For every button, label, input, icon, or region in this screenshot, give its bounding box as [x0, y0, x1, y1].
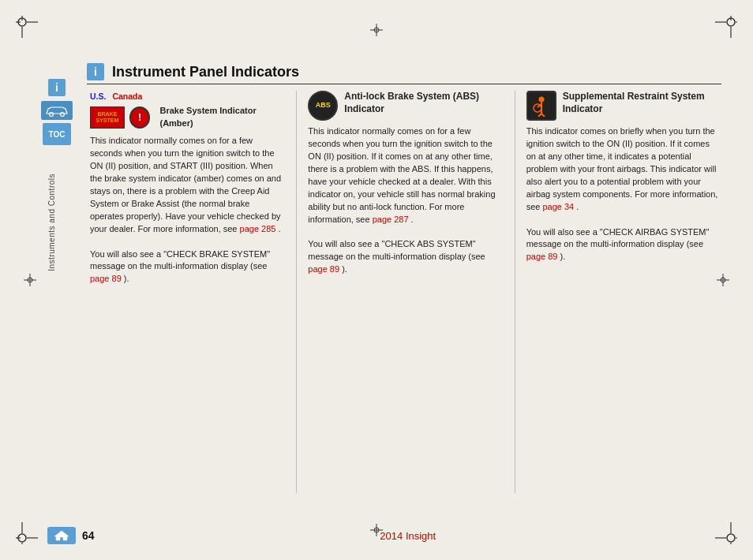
sidebar-info-icon[interactable]: i	[48, 79, 66, 96]
svg-line-39	[541, 114, 545, 117]
sidebar-car-icon[interactable]	[41, 101, 73, 120]
corner-mark-tr	[715, 16, 737, 38]
abs-link-2[interactable]: page 89	[308, 264, 339, 274]
content-columns: U.S. Canada BRAKESYSTEM ! Brake System I…	[87, 91, 721, 493]
cross-mark-top	[370, 24, 383, 36]
svg-point-40	[534, 104, 541, 112]
brake-link-2[interactable]: page 89	[90, 274, 122, 283]
canada-label: Canada	[112, 91, 142, 103]
brake-body-2: You will also see a "CHECK BRAKE SYSTEM"…	[90, 248, 285, 286]
corner-mark-bl	[16, 522, 38, 544]
srs-icon	[526, 91, 556, 121]
srs-link-2[interactable]: page 89	[526, 252, 558, 261]
svg-point-32	[50, 113, 54, 117]
us-label: U.S.	[90, 91, 106, 103]
abs-body-2: You will also see a "CHECK ABS SYSTEM" m…	[308, 238, 503, 276]
column-srs: Supplemental Restraint System Indicator …	[515, 91, 721, 493]
sidebar-toc-button[interactable]: TOC	[43, 123, 71, 145]
sidebar: i TOC	[47, 79, 66, 513]
page-number: 64	[82, 529, 95, 542]
title-section: i Instrument Panel Indicators	[87, 63, 721, 84]
us-canada-labels: U.S. Canada	[90, 91, 285, 103]
brake-canada-icon: !	[129, 106, 151, 129]
bottom-bar: 64 2014 Insight	[47, 527, 721, 544]
brake-icons-row: BRAKESYSTEM ! Brake System Indicator (Am…	[90, 105, 285, 130]
home-button[interactable]	[47, 527, 76, 544]
cross-mark-left	[24, 274, 36, 286]
abs-indicator-title: Anti-lock Brake System (ABS) Indicator	[344, 91, 503, 115]
corner-mark-tl	[16, 16, 38, 38]
svg-point-33	[61, 113, 65, 117]
brake-body-1: This indicator normally comes on for a f…	[90, 135, 285, 236]
srs-body-2: You will also see a "CHECK AIRBAG SYSTEM…	[526, 226, 721, 264]
abs-indicator-header: ABS Anti-lock Brake System (ABS) Indicat…	[308, 91, 503, 121]
abs-icon: ABS	[308, 91, 338, 121]
info-label: i	[55, 81, 58, 94]
srs-indicator-header: Supplemental Restraint System Indicator	[526, 91, 721, 121]
svg-marker-41	[54, 531, 69, 540]
srs-link-1[interactable]: page 34	[542, 202, 574, 211]
abs-body-1: This indicator normally comes on for a f…	[308, 125, 503, 226]
main-content: i Instrument Panel Indicators U.S. Canad…	[87, 63, 721, 505]
srs-indicator-title: Supplemental Restraint System Indicator	[563, 91, 721, 115]
book-title: 2014 Insight	[95, 530, 721, 542]
column-brake: U.S. Canada BRAKESYSTEM ! Brake System I…	[87, 91, 297, 493]
column-abs: ABS Anti-lock Brake System (ABS) Indicat…	[297, 91, 515, 493]
brake-indicator-title: Brake System Indicator (Amber)	[159, 105, 285, 130]
page-title: Instrument Panel Indicators	[112, 64, 299, 80]
abs-link-1[interactable]: page 287	[373, 215, 409, 224]
svg-point-34	[538, 97, 544, 103]
brake-link-1[interactable]: page 285	[240, 224, 276, 233]
title-info-icon: i	[87, 63, 104, 80]
page-container: i TOC Instruments and Controls i Instrum…	[0, 0, 753, 560]
toc-label: TOC	[49, 130, 66, 139]
sidebar-vertical-text: Instruments and Controls	[47, 174, 56, 271]
svg-point-15	[727, 534, 735, 542]
srs-body-1: This indicator comes on briefly when you…	[526, 125, 721, 214]
brake-us-icon: BRAKESYSTEM	[90, 106, 125, 129]
